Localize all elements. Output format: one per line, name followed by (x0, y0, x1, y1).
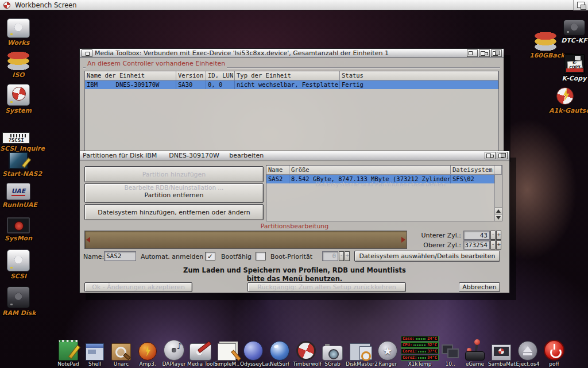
dock-item-unarc[interactable]: Unarc (108, 343, 134, 367)
desktop-icon-start-nas2[interactable]: Start-NAS2 (2, 152, 34, 178)
partition-bar-right-marker-icon[interactable] (401, 237, 405, 243)
screen-depth-gadget[interactable] (573, 0, 588, 10)
temp-row: Core1:37°C (401, 348, 439, 354)
lower-cyl-plus-button[interactable]: + (496, 231, 501, 240)
network-monitors-icon (440, 343, 460, 361)
zoom-gadget-icon[interactable] (485, 152, 496, 159)
desktop-icon-iso[interactable]: ISO (2, 52, 34, 79)
desktop-icon-a1k-gautsch[interactable]: A1k-Gautsch (549, 86, 581, 114)
bootable-checkbox[interactable] (256, 252, 266, 260)
column-header: ID, LUN (206, 71, 235, 80)
select-filesystem-label: Dateisystem auswählen/Details bearbeiten (359, 252, 496, 260)
close-gadget-icon[interactable] (82, 49, 92, 57)
dock-item-netsurf[interactable]: NetSurf (266, 341, 293, 367)
ok-button[interactable]: Ok - Änderungen akzeptieren (84, 282, 192, 292)
scrollbar-header-spacer (494, 166, 502, 175)
dock-item-amp3[interactable]: Amp3. (134, 342, 161, 367)
floppy-disk-icon: K-COPY (564, 54, 585, 74)
upper-cyl-value[interactable]: 373254 (463, 240, 490, 250)
dock-item-sambamat[interactable]: SambaMat.. (488, 344, 514, 367)
dock-item-ranger[interactable]: ★ Ranger (374, 341, 401, 367)
dock-item-notepad[interactable]: NotePad (55, 340, 82, 367)
desktop-icon-scsi-inquire[interactable]: ?SCSI SCSI_Inquire (0, 132, 32, 152)
upper-cyl-plus-button[interactable]: + (496, 240, 501, 250)
boing-ball-bolt-icon (555, 86, 575, 106)
scsi-inquire-icon: ?SCSI (2, 132, 30, 144)
partition-bar-left-marker-icon[interactable] (86, 237, 90, 243)
desktop-icon-works[interactable]: Works (2, 18, 34, 47)
add-partition-button[interactable]: Partition hinzufügen (84, 166, 264, 182)
remove-partition-button[interactable]: Bearbeite RDB/Neuinstallation ... Partit… (84, 183, 264, 203)
temp-label: CPU: (403, 343, 412, 347)
boot-priority-minus-button[interactable]: - (339, 251, 344, 261)
temp-bar (416, 338, 426, 340)
dock-item-daplayer[interactable]: DAPlayer (161, 340, 187, 367)
partitions-panel: Name Größe Dateisystem SAS2 8.542 GByte,… (266, 165, 502, 221)
dock-item-shell[interactable]: Shell (82, 343, 108, 367)
desktop-icon-ram-disk[interactable]: RAM Disk (2, 286, 34, 317)
partition-name-input[interactable]: SAS2 (104, 251, 136, 261)
boot-priority-plus-button[interactable]: + (345, 251, 350, 261)
scroll-down-button[interactable] (495, 214, 502, 221)
boot-priority-value[interactable]: 0 (322, 251, 338, 261)
amp-ball-icon (138, 342, 157, 361)
dock-item-timberwolf[interactable]: Timberwolf (293, 341, 319, 367)
column-header: Name (266, 166, 289, 175)
temp-bar (418, 351, 426, 352)
media-toolbox-titlebar[interactable]: Media Toolbox: Verbunden mit Exec-Device… (80, 49, 504, 58)
globe-icon (270, 341, 289, 361)
desktop-icon-sysmon[interactable]: SysMon (2, 217, 34, 242)
lower-cyl-value[interactable]: 43 (463, 231, 490, 240)
partition-bar[interactable] (84, 231, 407, 249)
dock-item-odyssey[interactable]: OdysseyLau.. (240, 341, 266, 367)
dock-item-poff[interactable]: poff (541, 340, 567, 367)
desktop-icon-label: Works (2, 39, 34, 47)
dock-item-x1ktemp[interactable]: Case:24°C CPU:32°C Core1:37°C Core2:34°C… (401, 336, 439, 367)
desktop-icon-label: Start-NAS2 (2, 170, 34, 178)
drive-wrench-icon (189, 343, 211, 361)
screen-titlebar[interactable]: Workbench Screen (0, 0, 588, 10)
unit-row-selected[interactable]: IBM DNES-309170W SA30 0, 0 nicht wechsel… (85, 80, 498, 89)
desktop-icon-k-copy[interactable]: K-COPY K-Copy (558, 54, 588, 82)
lower-cyl-minus-button[interactable]: - (490, 231, 496, 240)
iconify-gadget-icon[interactable] (467, 49, 478, 57)
harddisk-dark-icon (563, 20, 585, 36)
dock-item-label: Media Toolb.. (187, 361, 214, 367)
cancel-button[interactable]: Abbrechen (459, 282, 500, 292)
dock-item-media-toolbox[interactable]: Media Toolb.. (187, 343, 214, 367)
desktop-icon-runinuae[interactable]: UAE RunInUAE (2, 183, 34, 209)
desktop-icon-label: K-Copy (558, 75, 588, 82)
undo-button[interactable]: Rückgängig: Zum alten Setup zurückkehren (247, 282, 406, 292)
harddisk-icon (7, 250, 30, 271)
dock-item-network[interactable]: 10.. (439, 343, 462, 367)
lower-cyl-label: Unterer Zyl.: (411, 232, 461, 239)
joystick-icon (465, 341, 485, 361)
dock-item-egame[interactable]: eGame (462, 341, 488, 367)
automount-checkbox[interactable]: ✓ (205, 252, 215, 260)
amidock: NotePad Shell Unarc Amp3. DAPlayer Media… (55, 336, 567, 367)
filesystem-edit-button[interactable]: Dateisystem hinzufügen, entfernen oder ä… (84, 204, 264, 220)
upper-cyl-minus-button[interactable]: - (490, 240, 496, 250)
unit-version-cell: SA30 (176, 80, 206, 89)
dock-item-eject[interactable]: Eject.os4 (514, 341, 541, 367)
desktop-icon-system[interactable]: System (2, 84, 34, 114)
scroll-up-button[interactable] (495, 207, 502, 214)
dock-item-simplemail[interactable]: SimpleM.. (214, 343, 240, 367)
desktop-icon-scsi[interactable]: SCSI (2, 250, 34, 280)
eject-icon (518, 341, 537, 361)
samba-monitor-icon (492, 344, 511, 361)
desktop-icon-label: RunInUAE (2, 201, 34, 209)
partitions-scrollbar[interactable] (494, 175, 502, 221)
dock-item-label: Ranger (374, 361, 401, 367)
desktop-icon-160gbackup[interactable]: 160GBackup (529, 32, 562, 59)
select-filesystem-button[interactable]: Dateisystem auswählen/Details bearbeiten (354, 251, 500, 262)
partition-window-titlebar[interactable]: Partitionen für Disk IBM DNES-309170W be… (80, 151, 509, 160)
depth-gadget-icon[interactable] (497, 152, 508, 159)
add-partition-label: Partition hinzufügen (142, 171, 206, 178)
dock-item-diskmaster2[interactable]: DiskMaster2 (346, 343, 374, 367)
zoom-gadget-icon[interactable] (479, 49, 490, 57)
dock-item-sgrab[interactable]: SGrab (319, 346, 346, 367)
depth-gadget-icon[interactable] (491, 49, 502, 57)
desktop-icon-dtc-kf[interactable]: DTC-KF (558, 20, 588, 44)
media-toolbox-window: Media Toolbox: Verbunden mit Exec-Device… (79, 48, 504, 155)
